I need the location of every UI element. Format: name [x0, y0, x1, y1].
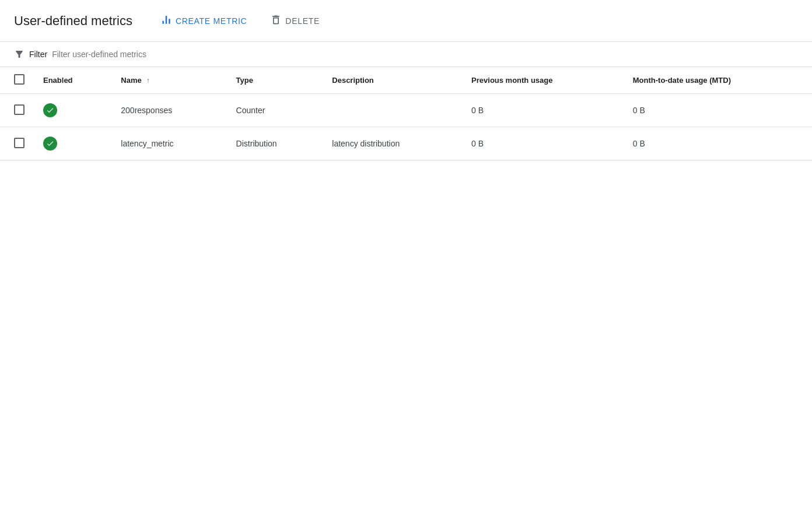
row1-prev-month: 0 B [462, 94, 624, 127]
row1-enabled-icon [43, 103, 57, 117]
row2-mtd: 0 B [624, 127, 812, 160]
row1-name[interactable]: 200responses [111, 94, 226, 127]
header-type: Type [227, 67, 323, 94]
filter-icon [14, 49, 24, 60]
create-metric-label: CREATE METRIC [176, 16, 247, 26]
row2-description: latency distribution [323, 127, 462, 160]
metrics-table: Enabled Name ↑ Type Description Previous… [0, 67, 812, 160]
delete-button[interactable]: DELETE [261, 9, 329, 32]
table-header-row: Enabled Name ↑ Type Description Previous… [0, 67, 812, 94]
header-name[interactable]: Name ↑ [111, 67, 226, 94]
header-checkbox-col [0, 67, 34, 94]
create-metric-icon [160, 14, 172, 27]
row2-enabled [34, 127, 111, 160]
filter-label: Filter [29, 50, 47, 59]
row2-type: Distribution [227, 127, 323, 160]
row1-checkbox[interactable] [14, 104, 24, 115]
page-title: User-defined metrics [14, 13, 132, 29]
row1-enabled [34, 94, 111, 127]
filter-input[interactable] [52, 50, 798, 59]
row2-checkbox-cell [0, 127, 34, 160]
create-metric-button[interactable]: CREATE METRIC [151, 9, 256, 32]
table-row: latency_metric Distribution latency dist… [0, 127, 812, 160]
page-header: User-defined metrics CREATE METRIC DELET… [0, 0, 812, 41]
header-prev-month: Previous month usage [462, 67, 624, 94]
table-row: 200responses Counter 0 B 0 B [0, 94, 812, 127]
row1-description [323, 94, 462, 127]
row2-name[interactable]: latency_metric [111, 127, 226, 160]
row2-checkbox[interactable] [14, 138, 24, 148]
row2-prev-month: 0 B [462, 127, 624, 160]
filter-bar: Filter [0, 42, 812, 67]
sort-asc-icon: ↑ [146, 76, 150, 85]
row1-mtd: 0 B [624, 94, 812, 127]
select-all-checkbox[interactable] [14, 74, 24, 85]
header-mtd: Month-to-date usage (MTD) [624, 67, 812, 94]
header-enabled: Enabled [34, 67, 111, 94]
delete-label: DELETE [285, 16, 320, 26]
delete-icon [270, 14, 282, 27]
header-description: Description [323, 67, 462, 94]
row1-checkbox-cell [0, 94, 34, 127]
row2-enabled-icon [43, 137, 57, 151]
row1-type: Counter [227, 94, 323, 127]
